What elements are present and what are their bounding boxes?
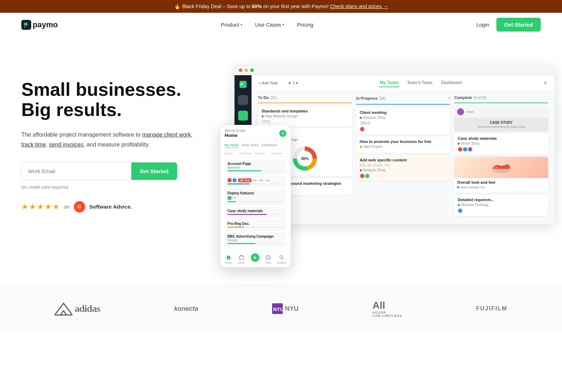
titlebar xyxy=(235,66,555,75)
main-nav: paymo Product ▾ Use Cases ▾ Pricing Logi… xyxy=(0,13,562,37)
desktop-main: + Add Task ▼ 1 ▾ My Tasks Team's Tasks D… xyxy=(252,75,555,224)
card-standards: Standards and templates New Website Desi… xyxy=(258,106,352,126)
promo-banner: 🔥 Black Friday Deal – Save up to 60% on … xyxy=(0,0,562,13)
client-nyu: NYU NYU xyxy=(272,303,298,314)
mobile-task-deploy: Deploy features 1/8 xyxy=(225,189,286,205)
avatar-ab2 xyxy=(232,178,237,182)
mobile-nav-search[interactable]: Search xyxy=(277,255,286,264)
mobile-bottom-nav: Home Work + Time Search xyxy=(220,252,291,267)
avatar-3 xyxy=(365,173,370,178)
client-accor: All ACCORLIVE LIMITLESS xyxy=(373,300,402,318)
ab-badge: AB Test xyxy=(238,178,252,182)
mobile-col-headers: Project Due Date Priority Progress xyxy=(220,150,291,157)
svg-text:P: P xyxy=(241,83,243,87)
nyu-torch-icon: NYU xyxy=(272,303,283,314)
mobile-task-bbc: BBC Advertising Campaign Design xyxy=(225,232,286,247)
banner-link[interactable]: Check plans and prices → xyxy=(330,4,388,9)
hero-left: Small businesses. Big results. The affor… xyxy=(21,65,206,212)
sidebar-icon-home[interactable] xyxy=(238,95,248,105)
card-client-meeting: Client meeting Amazon Shop Nov 7 xyxy=(356,107,450,134)
g2-badge: G xyxy=(74,201,85,212)
star-2: ★ xyxy=(29,202,36,211)
mobile-task-abtest: AB Test 8/5 · 2/5 · 1/8 xyxy=(225,176,286,188)
svg-text:38%: 38% xyxy=(301,156,309,161)
card-detailed-req: Detailed requirem... Website Redesig... xyxy=(454,195,548,216)
filter-btn[interactable]: ▼ 1 ▾ xyxy=(288,81,298,85)
nav-product[interactable]: Product ▾ xyxy=(221,22,242,28)
col-header-inprogress: In Progress (29) • xyxy=(356,95,450,101)
hero-right: P + Add Task ▼ 1 ▾ My Tasks Team's xyxy=(220,65,541,257)
col-line-inprogress xyxy=(356,104,450,105)
maximize-button xyxy=(250,68,254,72)
svg-marker-13 xyxy=(55,303,72,315)
mobile-task-case: Case study materials xyxy=(225,207,286,218)
avatar-4 xyxy=(458,147,463,152)
mobile-greeting: Marcel Endre xyxy=(225,129,246,133)
star-4: ★ xyxy=(45,202,52,211)
kanban-board: To Do (21) Standards and templates New W… xyxy=(252,91,555,222)
col-line-complete xyxy=(454,103,548,103)
mobile-home-title: Home xyxy=(225,133,246,138)
avatar-1 xyxy=(360,127,365,132)
mobile-task-account: Account Page Backend xyxy=(225,160,286,175)
nav-get-started-button[interactable]: Get Started xyxy=(496,18,541,32)
tab-my-tasks[interactable]: My Tasks xyxy=(379,79,399,87)
on-text: on xyxy=(64,204,70,210)
card-case-materials: Case study materials Moon Shop xyxy=(454,133,548,155)
hero-get-started-button[interactable]: Get Started xyxy=(131,162,177,180)
logo-icon xyxy=(21,20,31,30)
mobile-nav-work[interactable]: Work xyxy=(238,255,245,264)
minimize-button xyxy=(244,68,248,72)
avatar-5 xyxy=(463,147,468,152)
mobile-nav-add[interactable]: + xyxy=(251,255,259,264)
card-promote: How to promote your business for free Ni… xyxy=(356,137,450,153)
kanban-col-complete: Complete (3 of 53) moon xyxy=(452,95,550,218)
settings-icon[interactable]: ⚙ xyxy=(544,81,547,85)
email-input[interactable] xyxy=(22,162,131,180)
track-time-link[interactable]: track time xyxy=(21,142,46,148)
svg-rect-10 xyxy=(239,256,244,259)
col-line-todo xyxy=(258,103,352,103)
mobile-nav-home[interactable]: Home xyxy=(225,255,232,264)
avatar-6 xyxy=(468,147,473,152)
add-task-btn[interactable]: + Add Task xyxy=(259,81,278,85)
adidas-icon xyxy=(55,302,72,316)
col-header-complete: Complete (3 of 53) xyxy=(454,95,548,100)
mobile-add-btn[interactable]: + xyxy=(279,130,286,137)
ratings-row: ★ ★ ★ ★ ★ on G Software Advice. xyxy=(21,201,206,212)
avatar-2 xyxy=(360,173,365,178)
star-3: ★ xyxy=(37,202,44,211)
tab-dashboard[interactable]: Dashboard xyxy=(440,79,463,87)
mobile-task-list: Account Page Backend AB Test 8/5 · 2/5 ·… xyxy=(220,157,291,252)
sidebar-icon-tasks[interactable] xyxy=(238,111,248,121)
logo[interactable]: paymo xyxy=(21,20,58,30)
mobile-tab-dashboard[interactable]: Dashboard xyxy=(261,143,277,148)
mobile-tabs: My Tasks Team Tasks Dashboard xyxy=(220,140,291,150)
login-link[interactable]: Login xyxy=(476,22,489,28)
mobile-nav-time[interactable]: Time xyxy=(265,255,271,264)
card-case-study: moon CASE STUDY Successful rebranding fo… xyxy=(454,106,548,131)
mobile-tab-mytasks[interactable]: My Tasks xyxy=(225,143,239,148)
donut-chart: 38% xyxy=(291,144,319,173)
mobile-tab-teamtasks[interactable]: Team Tasks xyxy=(242,143,258,148)
no-credit-card-text: No credit card required xyxy=(21,184,206,190)
svg-line-14 xyxy=(61,310,64,315)
nav-use-cases[interactable]: Use Cases ▾ xyxy=(255,22,284,28)
nav-pricing[interactable]: Pricing xyxy=(297,22,313,28)
hero-subtitle: The affordable project management softwa… xyxy=(21,130,206,149)
hero-section: Small businesses. Big results. The affor… xyxy=(0,37,562,285)
star-1: ★ xyxy=(21,202,28,211)
svg-rect-1 xyxy=(24,26,26,28)
tab-team-tasks[interactable]: Team's Tasks xyxy=(407,79,433,87)
manage-client-work-link[interactable]: manage client work xyxy=(142,132,191,138)
hero-title: Small businesses. Big results. xyxy=(21,79,206,120)
avatar-ab1 xyxy=(227,178,232,182)
chevron-down-icon: ▾ xyxy=(241,23,242,27)
client-konecta: konecta xyxy=(174,305,198,313)
avatar-7 xyxy=(458,208,463,213)
send-invoices-link[interactable]: send invoices xyxy=(49,142,83,148)
progress-bar xyxy=(227,170,261,171)
svg-line-15 xyxy=(64,310,66,315)
mobile-task-prereg: Pre-Reg Doc. xyxy=(225,220,286,231)
nav-actions: Login Get Started xyxy=(476,18,541,32)
